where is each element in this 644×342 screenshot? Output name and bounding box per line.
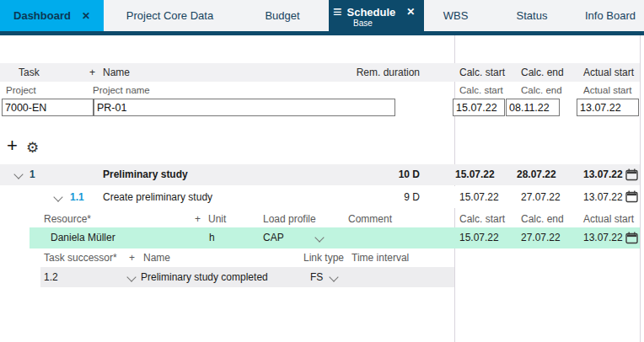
col-header-comment: Comment — [348, 211, 392, 227]
resource-load-profile[interactable]: CAP — [263, 227, 284, 248]
task-wbs-code[interactable]: 1.1 — [70, 186, 84, 208]
col-header-actual-start: Actual start — [583, 211, 634, 227]
task-calc-end: 28.07.22 — [517, 164, 556, 185]
resource-unit[interactable]: h — [209, 227, 215, 248]
col-header-task: Task — [19, 63, 40, 82]
add-task-button[interactable]: + — [7, 137, 18, 154]
tab-status[interactable]: Status — [487, 0, 577, 31]
col-header-time-interval: Time interval — [352, 250, 409, 266]
tab-dashboard[interactable]: Dashboard ✕ — [0, 0, 104, 31]
task-actual-start: 13.07.22 — [583, 186, 623, 208]
project-actual-start-input[interactable] — [577, 99, 639, 116]
menu-icon[interactable]: ≡ — [333, 8, 342, 16]
resource-name[interactable]: Daniela Müller — [51, 227, 115, 248]
task-name[interactable]: Create preliminary study — [103, 186, 212, 208]
col-header-rem-duration: Rem. duration — [357, 63, 420, 82]
tab-project-core-data-label: Project Core Data — [126, 9, 213, 22]
task-calc-start: 15.07.22 — [455, 164, 495, 185]
col-header-calc-start: Calc. start — [459, 63, 505, 82]
col-header-successor-name: Name — [143, 250, 170, 266]
task-calc-start: 15.07.22 — [459, 186, 499, 208]
settings-gear-icon[interactable]: ⚙ — [26, 141, 39, 156]
tab-project-core-data[interactable]: Project Core Data — [104, 0, 236, 31]
project-actual-start-label: Actual start — [583, 83, 632, 98]
close-icon[interactable]: ✕ — [82, 10, 90, 22]
chevron-down-icon[interactable] — [314, 232, 324, 242]
project-calc-end-input[interactable] — [506, 99, 560, 116]
successor-header-row: Task successor* + Name Link type Time in… — [0, 250, 454, 266]
resource-actual-start: 13.07.22 — [583, 227, 623, 248]
col-header-load-profile: Load profile — [263, 211, 316, 227]
calendar-icon[interactable] — [625, 190, 638, 203]
col-header-resource: Resource* — [44, 211, 91, 227]
col-header-calc-start: Calc. start — [459, 211, 505, 227]
col-header-name: Name — [103, 63, 130, 82]
calendar-icon[interactable] — [625, 232, 638, 244]
right-edge-divider — [640, 35, 641, 342]
col-header-task-successor: Task successor* — [44, 250, 117, 266]
project-calc-start-label: Calc. start — [459, 83, 503, 98]
successor-name[interactable]: Preliminary study completed — [141, 267, 268, 287]
close-icon[interactable]: ✕ — [406, 6, 415, 18]
collapse-chevron-icon[interactable] — [13, 169, 23, 179]
resource-calc-end: 27.07.22 — [521, 227, 561, 248]
tab-status-label: Status — [517, 9, 548, 22]
resource-calc-start: 15.07.22 — [459, 227, 499, 248]
col-header-calc-end: Calc. end — [521, 63, 564, 82]
tab-wbs[interactable]: WBS — [424, 0, 487, 31]
chevron-down-icon[interactable] — [329, 272, 338, 281]
resource-row[interactable]: Daniela Müller h CAP 15.07.22 27.07.22 1… — [30, 227, 640, 248]
successor-link-type[interactable]: FS — [310, 267, 323, 287]
resource-header-row: Resource* + Unit Load profile Comment Ca… — [0, 211, 640, 227]
project-label-row: Project Project name Calc. start Calc. e… — [0, 83, 640, 98]
tab-dashboard-label: Dashboard — [13, 9, 71, 22]
task-row-1-1[interactable]: 1.1 Create preliminary study 9 D 15.07.2… — [0, 186, 640, 208]
tab-budget-label: Budget — [265, 9, 299, 22]
tab-budget[interactable]: Budget — [236, 0, 329, 31]
task-rem-duration: 9 D — [404, 186, 420, 208]
add-successor-column-icon[interactable]: + — [129, 250, 135, 266]
tab-info-board[interactable]: Info Board — [577, 0, 644, 31]
project-id-label: Project — [6, 83, 36, 98]
tab-wbs-label: WBS — [443, 9, 469, 22]
successor-id[interactable]: 1.2 — [44, 267, 58, 287]
task-wbs-code[interactable]: 1 — [30, 164, 35, 185]
project-id-input[interactable] — [2, 99, 94, 116]
chevron-down-icon[interactable] — [126, 272, 136, 281]
tab-bar: Dashboard ✕ Project Core Data Budget ≡ S… — [0, 0, 644, 35]
task-rem-duration: 10 D — [399, 164, 420, 185]
tab-schedule[interactable]: ≡ Schedule ✕ Base — [329, 0, 424, 31]
col-header-actual-start: Actual start — [583, 63, 634, 82]
add-resource-column-icon[interactable]: + — [195, 211, 201, 227]
col-header-unit: Unit — [208, 211, 226, 227]
task-actual-start: 13.07.22 — [583, 164, 623, 185]
project-calc-start-input[interactable] — [453, 99, 505, 116]
tab-info-board-label: Info Board — [585, 9, 636, 22]
task-calc-end: 27.07.22 — [521, 186, 561, 208]
calendar-icon[interactable] — [625, 168, 638, 181]
project-name-label: Project name — [93, 83, 150, 98]
col-header-link-type: Link type — [303, 250, 344, 266]
tab-schedule-sublabel: Base — [353, 19, 373, 28]
project-calc-end-label: Calc. end — [521, 83, 562, 98]
table-header-row: Task + Name Rem. duration Calc. start Ca… — [0, 63, 640, 82]
task-row-1[interactable]: 1 Preliminary study 10 D 15.07.22 28.07.… — [0, 164, 640, 185]
schedule-app-window: Dashboard ✕ Project Core Data Budget ≡ S… — [0, 0, 644, 342]
project-name-input[interactable] — [94, 99, 395, 116]
successor-row[interactable]: 1.2 Preliminary study completed FS — [40, 267, 454, 287]
col-header-calc-end: Calc. end — [521, 211, 564, 227]
add-column-icon[interactable]: + — [89, 63, 95, 82]
project-input-row — [0, 99, 640, 117]
collapse-chevron-icon[interactable] — [53, 192, 62, 201]
tab-schedule-label: Schedule — [347, 6, 396, 19]
task-name[interactable]: Preliminary study — [103, 164, 188, 185]
